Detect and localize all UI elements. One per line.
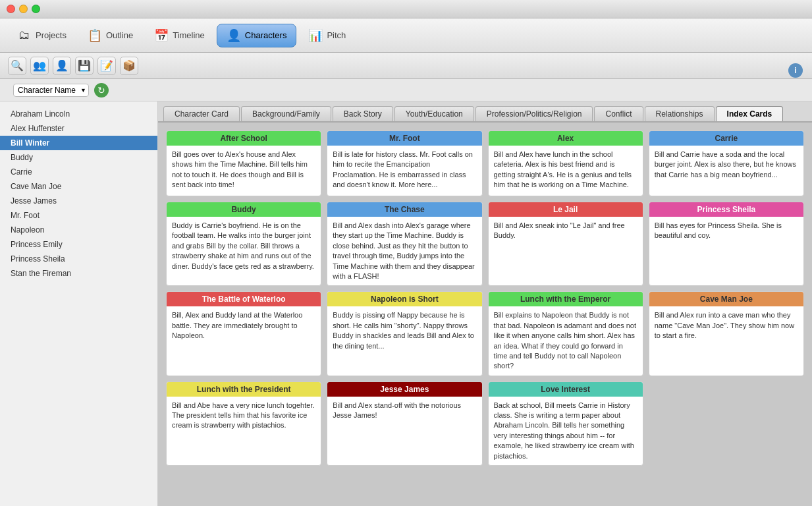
nav-item-projects[interactable]: 🗂Projects [8,24,76,47]
card-the-chase[interactable]: The Chase Bill and Alex dash into Alex's… [327,202,482,286]
tabs-bar: Character CardBackground/FamilyBack Stor… [158,101,812,123]
toolbar-button-3[interactable]: 💾 [75,57,94,75]
sort-bar: Character Name First Name Last Name ▼ ↻ [0,79,812,101]
card-cave-man-joe[interactable]: Cave Man Joe Bill and Alex run into a ca… [649,291,804,376]
sidebar-item-stan[interactable]: Stan the Fireman [0,266,157,281]
sidebar-item-mrfoot[interactable]: Mr. Foot [0,208,157,223]
card-body-napoleon-short: Buddy is pissing off Nappy because he is… [327,306,481,355]
card-body-jesse-james: Bill and Alex stand-off with the notorio… [327,397,481,425]
projects-icon: 🗂 [17,28,32,43]
maximize-button[interactable] [32,5,40,13]
card-header-le-jail: Le Jail [489,202,643,217]
outline-icon: 📋 [88,28,102,43]
minimize-button[interactable] [19,5,28,13]
sidebar-item-napoleon[interactable]: Napoleon [0,223,157,237]
card-battle-waterloo[interactable]: The Battle of Waterloo Bill, Alex and Bu… [166,291,321,376]
sidebar-item-carrie[interactable]: Carrie [0,165,157,179]
nav-item-label-outline: Outline [106,30,133,40]
nav-item-characters[interactable]: 👤Characters [217,24,297,47]
card-body-lunch-president: Bill and Abe have a very nice lunch toge… [167,397,321,435]
card-alex[interactable]: Alex Bill and Alex have lunch in the sch… [488,130,643,196]
card-body-love-interest: Back at school, Bill meets Carrie in His… [489,397,643,465]
sidebar-item-emily[interactable]: Princess Emily [0,237,157,252]
sort-select[interactable]: Character Name First Name Last Name [13,84,89,97]
card-header-lunch-emperor: Lunch with the Emperor [489,292,643,306]
characters-icon: 👤 [227,28,241,43]
pitch-icon: 📊 [308,28,323,43]
card-body-cave-man-joe: Bill and Alex run into a cave man who th… [649,306,803,345]
card-after-school[interactable]: After School Bill goes over to Alex's ho… [166,130,321,196]
nav-bar: 🗂Projects📋Outline📅Timeline👤Characters📊Pi… [0,18,812,53]
card-napoleon-short[interactable]: Napoleon is Short Buddy is pissing off N… [327,291,482,376]
tabs: Character CardBackground/FamilyBack Stor… [163,106,783,121]
card-mr-foot[interactable]: Mr. Foot Bill is late for history class.… [327,130,482,196]
card-header-cave-man-joe: Cave Man Joe [649,292,803,306]
card-princess-sheila[interactable]: Princess Sheila Bill has eyes for Prince… [649,202,804,286]
card-header-jesse-james: Jesse James [327,382,481,397]
content-area: Character CardBackground/FamilyBack Stor… [158,101,812,506]
tab-back-story[interactable]: Back Story [333,106,393,121]
tab-character-card[interactable]: Character Card [163,106,240,121]
nav-item-label-timeline: Timeline [173,30,205,40]
tab-index-cards[interactable]: Index Cards [716,106,784,121]
refresh-button[interactable]: ↻ [94,83,109,98]
card-header-napoleon-short: Napoleon is Short [327,292,481,306]
sidebar-item-jesse[interactable]: Jesse James [0,194,157,208]
card-body-le-jail: Bill and Alex sneak into "Le Jail" and f… [489,217,643,245]
nav-item-label-pitch: Pitch [327,30,346,40]
card-buddy[interactable]: Buddy Buddy is Carrie's boyfriend. He is… [166,202,321,286]
card-body-battle-waterloo: Bill, Alex and Buddy land at the Waterlo… [167,306,321,345]
card-body-carrie: Bill and Carrie have a soda and the loca… [649,146,803,184]
sidebar-item-buddy[interactable]: Buddy [0,150,157,165]
nav-item-outline[interactable]: 📋Outline [78,24,142,47]
card-header-princess-sheila: Princess Sheila [649,202,803,217]
card-jesse-james[interactable]: Jesse James Bill and Alex stand-off with… [327,381,482,466]
toolbar-button-1[interactable]: 👥 [30,57,49,75]
card-body-mr-foot: Bill is late for history class. Mr. Foot… [327,146,481,194]
close-button[interactable] [7,5,15,13]
main-layout: Abraham LincolnAlex HuffensterBill Winte… [0,101,812,506]
card-header-mr-foot: Mr. Foot [327,131,481,146]
card-header-carrie: Carrie [649,131,803,146]
sidebar-item-bill[interactable]: Bill Winter [0,136,157,150]
card-le-jail[interactable]: Le Jail Bill and Alex sneak into "Le Jai… [488,202,643,286]
sidebar-items: Abraham LincolnAlex HuffensterBill Winte… [0,107,157,281]
card-header-lunch-president: Lunch with the President [167,382,321,397]
card-lunch-emperor[interactable]: Lunch with the Emperor Bill explains to … [488,291,643,376]
toolbar-button-0[interactable]: 🔍 [8,57,26,75]
tab-conflict[interactable]: Conflict [594,106,643,121]
card-body-alex: Bill and Alex have lunch in the school c… [489,146,643,194]
toolbar-button-4[interactable]: 📝 [97,57,116,75]
card-header-the-chase: The Chase [327,202,481,217]
card-lunch-president[interactable]: Lunch with the President Bill and Abe ha… [166,381,321,466]
nav-item-timeline[interactable]: 📅Timeline [145,24,214,47]
nav-items: 🗂Projects📋Outline📅Timeline👤Characters📊Pi… [8,24,355,47]
card-body-lunch-emperor: Bill explains to Napoleon that Buddy is … [489,306,643,375]
cards-grid: After School Bill goes over to Alex's ho… [158,123,812,506]
card-carrie[interactable]: Carrie Bill and Carrie have a soda and t… [649,130,804,196]
tab-profession[interactable]: Profession/Politics/Religion [475,106,593,121]
card-header-battle-waterloo: The Battle of Waterloo [167,292,321,306]
card-body-the-chase: Bill and Alex dash into Alex's garage wh… [327,217,481,285]
toolbar-button-2[interactable]: 👤 [53,57,71,75]
timeline-icon: 📅 [154,28,169,43]
sidebar-item-sheila[interactable]: Princess Sheila [0,252,157,266]
toolbar-button-5[interactable]: 📦 [120,57,138,75]
tab-relationships[interactable]: Relationships [645,106,715,121]
toolbar-buttons: 🔍👥👤💾📝📦 [8,57,138,75]
sidebar-item-abraham[interactable]: Abraham Lincoln [0,107,157,121]
card-love-interest[interactable]: Love Interest Back at school, Bill meets… [488,381,643,466]
title-bar [0,0,812,18]
sidebar-item-caveman[interactable]: Cave Man Joe [0,179,157,194]
tab-youth-education[interactable]: Youth/Education [394,106,474,121]
card-body-buddy: Buddy is Carrie's boyfriend. He is on th… [167,217,321,275]
card-header-buddy: Buddy [167,202,321,217]
window-controls [7,5,40,13]
nav-item-pitch[interactable]: 📊Pitch [299,24,355,47]
card-header-alex: Alex [489,131,643,146]
tab-background-family[interactable]: Background/Family [241,106,331,121]
sidebar: Abraham LincolnAlex HuffensterBill Winte… [0,101,158,506]
info-button[interactable]: i [788,63,803,78]
sidebar-item-alex[interactable]: Alex Huffenster [0,121,157,136]
card-header-love-interest: Love Interest [489,382,643,397]
